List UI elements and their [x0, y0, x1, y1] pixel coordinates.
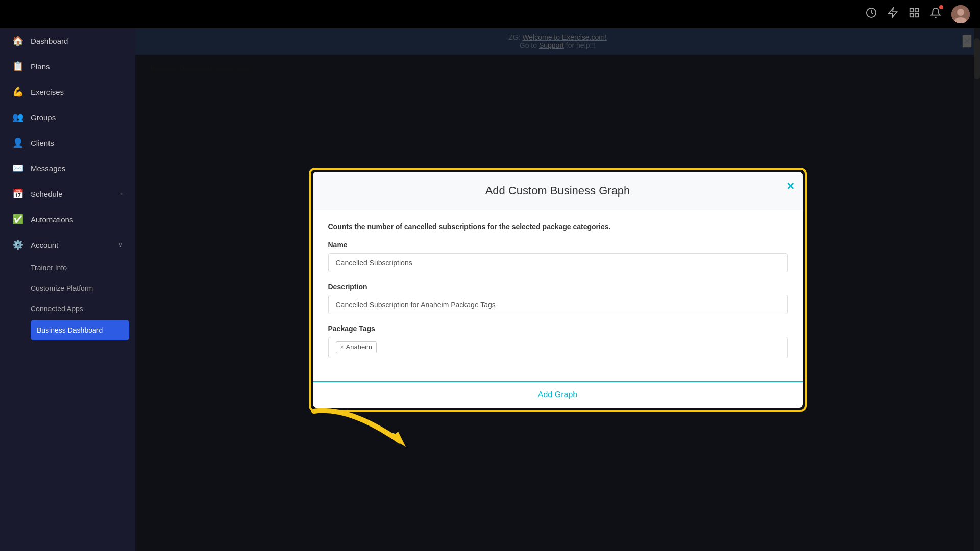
tag-remove-icon[interactable]: ×	[340, 344, 344, 351]
sidebar-label-dashboard: Dashboard	[31, 37, 123, 45]
customize-platform-label: Customize Platform	[31, 284, 93, 292]
sidebar-sub-connected-apps[interactable]: Connected Apps	[31, 298, 135, 319]
sidebar: 🏠 Dashboard 📋 Plans 💪 Exercises 👥 Groups…	[0, 28, 135, 551]
top-bar	[0, 0, 980, 28]
modal-header: Add Custom Business Graph ✕	[313, 172, 803, 210]
svg-point-7	[957, 9, 964, 16]
sidebar-sub-trainer-info[interactable]: Trainer Info	[31, 258, 135, 278]
sidebar-label-schedule: Schedule	[31, 190, 114, 198]
account-sub-menu: Trainer Info Customize Platform Connecte…	[0, 258, 135, 341]
account-chevron: ∨	[118, 241, 123, 248]
modal-highlight-border: Add Custom Business Graph ✕ Counts the n…	[309, 168, 807, 412]
sidebar-item-groups[interactable]: 👥 Groups	[0, 105, 135, 130]
schedule-chevron: ›	[121, 190, 123, 197]
name-label: Name	[328, 241, 788, 249]
clients-icon: 👤	[12, 137, 23, 148]
sidebar-item-account[interactable]: ⚙️ Account ∨	[0, 232, 135, 258]
account-icon: ⚙️	[12, 239, 23, 251]
tag-label-anaheim: Anaheim	[346, 343, 372, 351]
add-graph-modal: Add Custom Business Graph ✕ Counts the n…	[313, 172, 803, 408]
sidebar-item-dashboard[interactable]: 🏠 Dashboard	[0, 28, 135, 54]
sidebar-sub-customize-platform[interactable]: Customize Platform	[31, 278, 135, 298]
sidebar-item-schedule[interactable]: 📅 Schedule ›	[0, 181, 135, 207]
sidebar-item-plans[interactable]: 📋 Plans	[0, 54, 135, 79]
modal-title: Add Custom Business Graph	[328, 184, 788, 197]
modal-description: Counts the number of cancelled subscript…	[328, 222, 788, 231]
clock-icon[interactable]	[866, 7, 877, 21]
business-dashboard-label: Business Dashboard	[37, 326, 103, 334]
user-avatar[interactable]	[951, 5, 970, 23]
content-area: ZG: Welcome to Exercise.com! Go to Suppo…	[135, 28, 980, 551]
messages-icon: ✉️	[12, 163, 23, 174]
svg-rect-5	[915, 14, 918, 17]
modal-body: Counts the number of cancelled subscript…	[313, 210, 803, 381]
svg-rect-3	[915, 9, 918, 12]
sidebar-label-messages: Messages	[31, 164, 123, 173]
sidebar-item-messages[interactable]: ✉️ Messages	[0, 156, 135, 181]
sidebar-label-plans: Plans	[31, 62, 123, 71]
description-field-group: Description	[328, 283, 788, 314]
sidebar-item-automations[interactable]: ✅ Automations	[0, 207, 135, 232]
add-graph-button[interactable]: Add Graph	[313, 381, 803, 408]
modal-footer: Add Graph	[313, 381, 803, 408]
modal-overlay[interactable]: Add Custom Business Graph ✕ Counts the n…	[135, 28, 980, 551]
connected-apps-label: Connected Apps	[31, 305, 83, 313]
schedule-icon: 📅	[12, 188, 23, 199]
trainer-info-label: Trainer Info	[31, 264, 67, 272]
groups-icon: 👥	[12, 112, 23, 123]
modal-close-button[interactable]: ✕	[786, 180, 795, 192]
sidebar-label-clients: Clients	[31, 139, 123, 147]
automations-icon: ✅	[12, 214, 23, 225]
sidebar-item-clients[interactable]: 👤 Clients	[0, 130, 135, 156]
sidebar-label-exercises: Exercises	[31, 88, 123, 96]
sidebar-label-account: Account	[31, 241, 111, 249]
package-tags-label: Package Tags	[328, 324, 788, 333]
top-bar-icons	[866, 5, 970, 23]
description-label: Description	[328, 283, 788, 291]
svg-rect-2	[910, 9, 913, 12]
lightning-icon[interactable]	[887, 7, 898, 21]
description-input[interactable]	[328, 295, 788, 314]
svg-rect-4	[910, 14, 913, 17]
bell-icon[interactable]	[930, 7, 941, 21]
name-field-group: Name	[328, 241, 788, 272]
svg-marker-1	[889, 8, 897, 17]
sidebar-item-exercises[interactable]: 💪 Exercises	[0, 79, 135, 105]
notification-badge	[939, 5, 943, 9]
svg-marker-9	[390, 432, 406, 447]
grid-icon[interactable]	[909, 7, 920, 21]
sidebar-sub-business-dashboard[interactable]: Business Dashboard	[31, 320, 129, 340]
package-tags-field-group: Package Tags × Anaheim	[328, 324, 788, 358]
sidebar-label-groups: Groups	[31, 113, 123, 122]
plans-icon: 📋	[12, 61, 23, 72]
name-input[interactable]	[328, 253, 788, 272]
home-icon: 🏠	[12, 35, 23, 46]
exercises-icon: 💪	[12, 86, 23, 97]
main-area: 🏠 Dashboard 📋 Plans 💪 Exercises 👥 Groups…	[0, 28, 980, 551]
tags-container[interactable]: × Anaheim	[328, 337, 788, 358]
tag-anaheim[interactable]: × Anaheim	[336, 341, 377, 353]
sidebar-label-automations: Automations	[31, 215, 123, 224]
